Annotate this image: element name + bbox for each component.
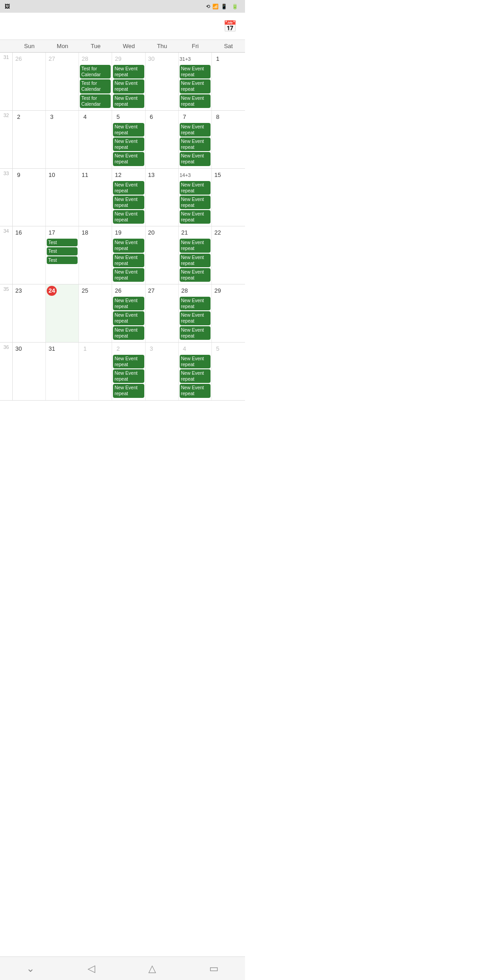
day-cell-19[interactable]: 14+3New Event repeatNew Event repeatNew … [179, 169, 212, 226]
add-event-button[interactable] [201, 24, 205, 28]
event-item[interactable]: New Event repeat [113, 123, 144, 137]
event-item[interactable]: New Event repeat [180, 94, 211, 108]
day-cell-39[interactable]: 3 [146, 343, 179, 400]
event-item[interactable]: New Event repeat [180, 355, 211, 368]
calendar-header: Sun Mon Tue Wed Thu Fri Sat [0, 40, 245, 53]
photo-icon: 🖼 [5, 3, 10, 10]
day-cell-40[interactable]: 4New Event repeatNew Event repeatNew Eve… [179, 343, 212, 400]
event-item[interactable]: New Event repeat [113, 384, 144, 397]
event-item[interactable]: Test for Calendar [80, 94, 111, 108]
day-cell-34[interactable]: 29 [212, 284, 245, 342]
day-cell-14[interactable]: 9 [13, 169, 46, 226]
event-item[interactable]: Test for Calendar [80, 79, 111, 93]
calendar-today-icon[interactable]: 📅 [221, 18, 239, 34]
day-cell-28[interactable]: 23 [13, 284, 46, 342]
day-cell-16[interactable]: 11 [79, 169, 112, 226]
event-item[interactable]: New Event repeat [113, 326, 144, 340]
event-item[interactable]: New Event repeat [180, 268, 211, 282]
day-cell-26[interactable]: 21New Event repeatNew Event repeatNew Ev… [179, 226, 212, 284]
day-cell-24[interactable]: 19New Event repeatNew Event repeatNew Ev… [112, 226, 145, 284]
day-cell-3[interactable]: 29New Event repeatNew Event repeatNew Ev… [112, 53, 145, 110]
day-cell-17[interactable]: 12New Event repeatNew Event repeatNew Ev… [112, 169, 145, 226]
day-cell-33[interactable]: 28New Event repeatNew Event repeatNew Ev… [179, 284, 212, 342]
day-cell-11[interactable]: 6 [146, 111, 179, 168]
day-cell-20[interactable]: 15 [212, 169, 245, 226]
day-cell-12[interactable]: 7New Event repeatNew Event repeatNew Eve… [179, 111, 212, 168]
day-cell-2[interactable]: 28Test for CalendarTest for CalendarTest… [79, 53, 112, 110]
day-number: 29 [113, 54, 123, 64]
event-item[interactable]: New Event repeat [180, 210, 211, 224]
event-item[interactable]: New Event repeat [113, 355, 144, 368]
event-item[interactable]: New Event repeat [180, 311, 211, 325]
day-cell-25[interactable]: 20 [146, 226, 179, 284]
week-number-34: 34 [0, 226, 13, 284]
day-cell-22[interactable]: 17TestTestTest [46, 226, 79, 284]
day-cell-35[interactable]: 30 [13, 343, 46, 400]
event-item[interactable]: New Event repeat [113, 297, 144, 310]
week-number-31: 31 [0, 53, 13, 110]
event-item[interactable]: New Event repeat [113, 369, 144, 383]
event-item[interactable]: New Event repeat [180, 123, 211, 137]
event-item[interactable]: New Event repeat [180, 254, 211, 267]
day-cell-8[interactable]: 3 [46, 111, 79, 168]
day-header-sat: Sat [212, 40, 245, 52]
event-item[interactable]: New Event repeat [113, 239, 144, 252]
event-item[interactable]: New Event repeat [113, 137, 144, 151]
event-item[interactable]: New Event repeat [113, 311, 144, 325]
menu-icon[interactable] [6, 24, 10, 28]
event-item[interactable]: New Event repeat [180, 384, 211, 397]
event-item[interactable]: New Event repeat [113, 196, 144, 209]
event-item[interactable]: New Event repeat [180, 297, 211, 310]
day-cell-29[interactable]: 24 [46, 284, 79, 342]
day-number: 2 [113, 344, 123, 354]
event-item[interactable]: New Event repeat [113, 79, 144, 93]
day-cell-7[interactable]: 2 [13, 111, 46, 168]
event-item[interactable]: Test for Calendar [80, 65, 111, 78]
day-cell-0[interactable]: 26 [13, 53, 46, 110]
event-item[interactable]: New Event repeat [113, 268, 144, 282]
day-cell-27[interactable]: 22 [212, 226, 245, 284]
day-cell-36[interactable]: 31 [46, 343, 79, 400]
event-item[interactable]: New Event repeat [113, 65, 144, 78]
event-item[interactable]: Test [47, 256, 78, 264]
day-cell-32[interactable]: 27 [146, 284, 179, 342]
day-cell-4[interactable]: 30 [146, 53, 179, 110]
day-number: 3 [147, 344, 157, 354]
day-cell-15[interactable]: 10 [46, 169, 79, 226]
event-item[interactable]: New Event repeat [113, 210, 144, 224]
day-cell-31[interactable]: 26New Event repeatNew Event repeatNew Ev… [112, 284, 145, 342]
event-item[interactable]: Test [47, 247, 78, 255]
day-cell-37[interactable]: 1 [79, 343, 112, 400]
event-item[interactable]: Test [47, 239, 78, 246]
day-number: 5 [113, 112, 123, 122]
event-item[interactable]: New Event repeat [180, 181, 211, 195]
day-cell-1[interactable]: 27 [46, 53, 79, 110]
event-item[interactable]: New Event repeat [113, 152, 144, 166]
day-cell-9[interactable]: 4 [79, 111, 112, 168]
event-item[interactable]: New Event repeat [113, 254, 144, 267]
event-item[interactable]: New Event repeat [180, 326, 211, 340]
day-number: 1 [80, 344, 90, 354]
event-item[interactable]: New Event repeat [180, 239, 211, 252]
day-cell-21[interactable]: 16 [13, 226, 46, 284]
day-header-mon: Mon [46, 40, 79, 52]
filter-icon[interactable] [211, 24, 215, 28]
day-cell-10[interactable]: 5New Event repeatNew Event repeatNew Eve… [112, 111, 145, 168]
event-item[interactable]: New Event repeat [180, 137, 211, 151]
day-cell-38[interactable]: 2New Event repeatNew Event repeatNew Eve… [112, 343, 145, 400]
status-right-icons: ⟲ 📶 📱 🔋 [206, 4, 240, 10]
event-item[interactable]: New Event repeat [113, 94, 144, 108]
day-cell-6[interactable]: 1 [212, 53, 245, 110]
day-cell-23[interactable]: 18 [79, 226, 112, 284]
event-item[interactable]: New Event repeat [180, 369, 211, 383]
event-item[interactable]: New Event repeat [180, 79, 211, 93]
event-item[interactable]: New Event repeat [180, 152, 211, 166]
day-cell-5[interactable]: 31+3New Event repeatNew Event repeatNew … [179, 53, 212, 110]
day-cell-13[interactable]: 8 [212, 111, 245, 168]
event-item[interactable]: New Event repeat [180, 196, 211, 209]
day-cell-41[interactable]: 5 [212, 343, 245, 400]
event-item[interactable]: New Event repeat [113, 181, 144, 195]
event-item[interactable]: New Event repeat [180, 65, 211, 78]
day-cell-30[interactable]: 25 [79, 284, 112, 342]
day-cell-18[interactable]: 13 [146, 169, 179, 226]
